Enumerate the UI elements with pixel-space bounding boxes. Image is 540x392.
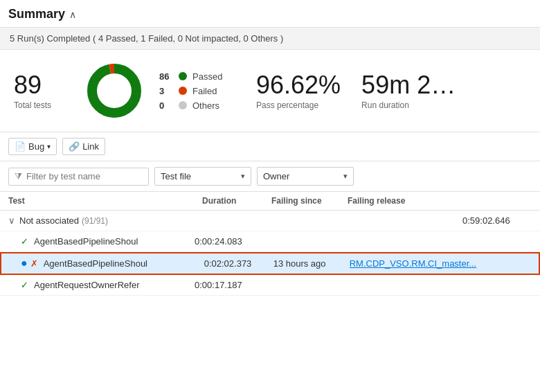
test-file-chevron-icon: ▾: [241, 172, 245, 181]
test-row: ✓ AgentBasedPipelineShoul 0:00:24.083: [0, 231, 540, 252]
test-row-highlighted: ● ✗ AgentBasedPipelineShoul 0:02:02.373 …: [0, 252, 540, 275]
bug-chevron-icon: ▾: [47, 143, 51, 150]
group-duration-label: 0:59:02.646: [462, 215, 532, 226]
pass-icon: ✓: [21, 236, 28, 247]
test-failing-since-label: 13 hours ago: [273, 258, 350, 269]
info-icon: ●: [21, 257, 28, 269]
legend-failed: 3 Failed: [159, 86, 235, 96]
group-name-label: Not associated: [19, 215, 79, 226]
test-duration-label: 0:00:24.083: [195, 236, 264, 247]
pass-percentage-stat: 96.62% Pass percentage: [256, 71, 341, 110]
failed-dot: [179, 87, 187, 95]
passed-count: 86: [159, 71, 173, 82]
donut-svg: [83, 60, 145, 122]
chart-legend: 86 Passed 3 Failed 0 Others: [159, 71, 235, 111]
svg-point-3: [98, 74, 131, 107]
owner-label: Owner: [263, 171, 289, 181]
total-tests-label: Total tests: [14, 100, 51, 110]
page-title: Summary: [8, 7, 65, 21]
link-button[interactable]: 🔗 Link: [62, 138, 105, 155]
test-results-table: ∨ Not associated (91/91) 0:59:02.646 ✓ A…: [0, 211, 540, 296]
owner-chevron-icon: ▾: [343, 172, 348, 181]
failed-label: Failed: [192, 86, 217, 96]
fail-icon: ✗: [30, 258, 38, 269]
run-duration-stat: 59m 2… Run duration: [361, 71, 456, 110]
test-file-label: Test file: [161, 171, 191, 181]
passed-dot: [179, 72, 187, 80]
test-name-label: AgentBasedPipelineShoul: [34, 236, 195, 247]
group-chevron-icon: ∨: [8, 215, 15, 226]
run-duration-value: 59m 2…: [361, 71, 456, 99]
test-name-input[interactable]: [26, 171, 143, 181]
others-dot: [179, 101, 187, 109]
collapse-chevron-icon[interactable]: ∧: [69, 9, 76, 20]
test-file-dropdown[interactable]: Test file ▾: [154, 167, 251, 186]
passed-label: Passed: [192, 71, 222, 82]
filter-icon: ⧩: [15, 171, 22, 182]
col-test-header: Test: [8, 196, 202, 206]
group-count-label: (91/91): [82, 216, 108, 226]
test-failing-release-link[interactable]: RM.CDP_VSO.RM.CI_master...: [350, 258, 532, 269]
donut-chart: [83, 60, 145, 122]
stats-row: 89 Total tests 86 Passed 3 Failed: [0, 50, 540, 132]
col-duration-header: Duration: [202, 196, 271, 206]
legend-passed: 86 Passed: [159, 71, 235, 82]
failed-count: 3: [159, 86, 173, 96]
test-row: ✓ AgentRequestOwnerRefer 0:00:17.187: [0, 275, 540, 296]
link-icon: 🔗: [69, 141, 80, 152]
actions-toolbar: 📄 Bug ▾ 🔗 Link: [0, 132, 540, 161]
pass-pct-label: Pass percentage: [256, 100, 341, 110]
bug-label: Bug: [28, 141, 44, 152]
bug-icon: 📄: [15, 141, 26, 152]
test-duration-label: 0:00:17.187: [195, 280, 264, 290]
link-label: Link: [82, 141, 99, 152]
owner-dropdown[interactable]: Owner ▾: [257, 167, 354, 186]
total-tests-stat: 89 Total tests: [14, 71, 69, 110]
pass-icon: ✓: [21, 280, 28, 290]
test-duration-label: 0:02:02.373: [204, 258, 273, 269]
group-not-associated: ∨ Not associated (91/91) 0:59:02.646: [0, 211, 540, 231]
total-tests-value: 89: [14, 71, 42, 99]
test-name-filter-wrap[interactable]: ⧩: [8, 168, 149, 186]
run-duration-label: Run duration: [361, 100, 456, 110]
test-name-label: AgentRequestOwnerRefer: [34, 280, 195, 290]
others-count: 0: [159, 100, 173, 111]
table-header: Test Duration Failing since Failing rele…: [0, 192, 540, 211]
others-label: Others: [192, 100, 219, 111]
test-name-label: AgentBasedPipelineShoul: [44, 258, 204, 269]
summary-header: Summary ∧: [0, 0, 540, 28]
legend-others: 0 Others: [159, 100, 235, 111]
col-failing-release-header: Failing release: [348, 196, 532, 206]
col-failing-since-header: Failing since: [271, 196, 348, 206]
filters-row: ⧩ Test file ▾ Owner ▾: [0, 161, 540, 192]
runs-banner: 5 Run(s) Completed ( 4 Passed, 1 Failed,…: [0, 28, 540, 50]
bug-button[interactable]: 📄 Bug ▾: [8, 138, 57, 155]
pass-pct-value: 96.62%: [256, 71, 341, 99]
